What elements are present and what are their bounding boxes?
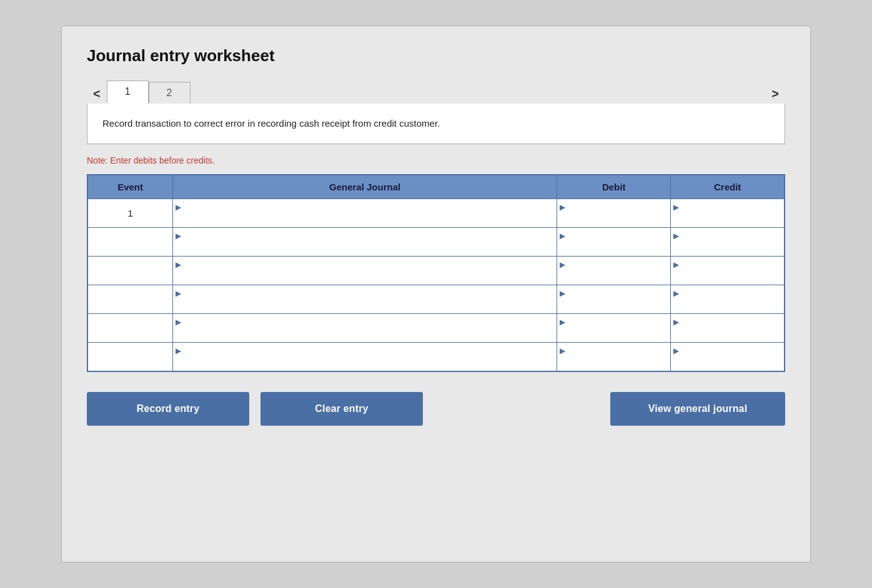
event-cell-5 xyxy=(87,343,173,371)
debit-cell-2[interactable]: ▶ xyxy=(557,257,671,285)
tab-2[interactable]: 2 xyxy=(149,82,191,104)
debit-input-3[interactable] xyxy=(567,288,666,300)
event-cell-2 xyxy=(87,257,173,285)
credit-input-4[interactable] xyxy=(680,316,780,329)
credit-arrow-icon-0: ▶ xyxy=(673,203,679,212)
debit-arrow-icon-2: ▶ xyxy=(560,260,565,269)
gj-arrow-icon-2: ▶ xyxy=(176,260,181,269)
buttons-row: Record entry Clear entry View general jo… xyxy=(87,392,785,426)
credit-cell-5[interactable]: ▶ xyxy=(671,343,785,371)
next-arrow-button[interactable]: > xyxy=(765,84,785,104)
col-header-credit: Credit xyxy=(671,175,785,199)
debit-input-1[interactable] xyxy=(567,230,666,243)
description-box: Record transaction to correct error in r… xyxy=(87,104,785,144)
credit-cell-1[interactable]: ▶ xyxy=(671,228,785,257)
debit-input-4[interactable] xyxy=(567,316,666,329)
debit-cell-1[interactable]: ▶ xyxy=(557,228,671,257)
tabs-nav-row: < 1 2 > xyxy=(87,81,785,104)
col-header-gj: General Journal xyxy=(173,175,557,199)
table-row: ▶▶▶ xyxy=(87,228,785,257)
debit-arrow-icon-1: ▶ xyxy=(560,232,565,240)
gj-cell-4[interactable]: ▶ xyxy=(173,314,557,343)
gj-input-2[interactable] xyxy=(182,259,553,272)
gj-cell-2[interactable]: ▶ xyxy=(173,257,557,285)
debit-input-5[interactable] xyxy=(567,345,666,358)
col-header-debit: Debit xyxy=(557,175,671,199)
event-cell-3 xyxy=(87,285,173,314)
table-row: ▶▶▶ xyxy=(87,285,785,314)
event-cell-0: 1 xyxy=(87,199,173,228)
credit-input-5[interactable] xyxy=(680,345,780,358)
credit-arrow-icon-3: ▶ xyxy=(673,289,679,298)
col-header-event: Event xyxy=(87,175,173,199)
debit-cell-4[interactable]: ▶ xyxy=(557,314,671,343)
gj-input-4[interactable] xyxy=(182,316,553,329)
event-cell-4 xyxy=(87,314,173,343)
credit-arrow-icon-4: ▶ xyxy=(673,318,679,326)
page-title: Journal entry worksheet xyxy=(87,46,785,66)
credit-cell-0[interactable]: ▶ xyxy=(671,199,785,228)
journal-table: Event General Journal Debit Credit 1▶▶▶▶… xyxy=(87,174,785,372)
credit-input-0[interactable] xyxy=(680,202,780,214)
debit-cell-5[interactable]: ▶ xyxy=(557,343,671,371)
gj-arrow-icon-5: ▶ xyxy=(176,346,181,355)
credit-arrow-icon-1: ▶ xyxy=(673,232,679,240)
debit-arrow-icon-5: ▶ xyxy=(560,346,565,355)
gj-cell-0[interactable]: ▶ xyxy=(173,199,557,228)
debit-input-2[interactable] xyxy=(567,259,666,272)
debit-cell-0[interactable]: ▶ xyxy=(557,199,671,228)
gj-arrow-icon-0: ▶ xyxy=(176,203,181,212)
prev-arrow-button[interactable]: < xyxy=(87,84,107,104)
debit-arrow-icon-3: ▶ xyxy=(560,289,565,298)
note-text: Note: Enter debits before credits. xyxy=(87,155,785,165)
debit-cell-3[interactable]: ▶ xyxy=(557,285,671,314)
credit-arrow-icon-5: ▶ xyxy=(673,346,679,355)
debit-input-0[interactable] xyxy=(567,202,666,214)
credit-input-1[interactable] xyxy=(680,230,780,243)
clear-entry-button[interactable]: Clear entry xyxy=(260,392,423,426)
debit-arrow-icon-4: ▶ xyxy=(560,318,565,326)
credit-arrow-icon-2: ▶ xyxy=(673,260,679,269)
credit-cell-4[interactable]: ▶ xyxy=(671,314,785,343)
gj-input-0[interactable] xyxy=(182,202,553,214)
credit-input-2[interactable] xyxy=(680,259,780,272)
event-cell-1 xyxy=(87,228,173,257)
credit-input-3[interactable] xyxy=(680,288,780,300)
description-text: Record transaction to correct error in r… xyxy=(102,118,440,129)
view-general-journal-button[interactable]: View general journal xyxy=(610,392,785,426)
worksheet-container: Journal entry worksheet < 1 2 > Record t… xyxy=(61,26,811,562)
gj-cell-3[interactable]: ▶ xyxy=(173,285,557,314)
gj-input-5[interactable] xyxy=(182,345,553,358)
gj-input-1[interactable] xyxy=(182,230,553,243)
gj-input-3[interactable] xyxy=(182,288,553,300)
table-row: ▶▶▶ xyxy=(87,257,785,285)
table-row: ▶▶▶ xyxy=(87,343,785,371)
tab-1[interactable]: 1 xyxy=(107,81,149,104)
record-entry-button[interactable]: Record entry xyxy=(87,392,249,426)
debit-arrow-icon-0: ▶ xyxy=(560,203,565,212)
credit-cell-2[interactable]: ▶ xyxy=(671,257,785,285)
gj-cell-1[interactable]: ▶ xyxy=(173,228,557,257)
gj-arrow-icon-3: ▶ xyxy=(176,289,181,298)
credit-cell-3[interactable]: ▶ xyxy=(671,285,785,314)
gj-cell-5[interactable]: ▶ xyxy=(173,343,557,371)
table-row: ▶▶▶ xyxy=(87,314,785,343)
table-row: 1▶▶▶ xyxy=(87,199,785,228)
gj-arrow-icon-1: ▶ xyxy=(176,232,181,240)
gj-arrow-icon-4: ▶ xyxy=(176,318,181,326)
